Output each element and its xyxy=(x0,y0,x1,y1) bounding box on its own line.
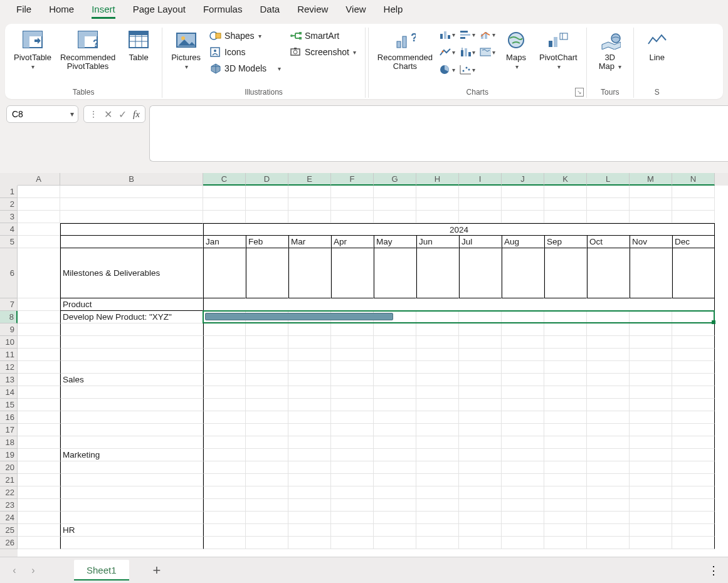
cell-A20[interactable] xyxy=(18,461,60,474)
cell-K26[interactable] xyxy=(544,537,587,549)
cell-G26[interactable] xyxy=(374,537,416,549)
tab-nav-next[interactable]: › xyxy=(24,561,43,580)
cell-L6[interactable] xyxy=(587,248,630,298)
cell-B22[interactable] xyxy=(60,486,203,499)
cell-B24[interactable] xyxy=(60,512,203,524)
cell-A3[interactable] xyxy=(18,211,60,223)
row-header-2[interactable]: 2 xyxy=(0,198,18,211)
cell-L8[interactable] xyxy=(587,311,630,323)
cell-E26[interactable] xyxy=(288,537,331,549)
cell-F21[interactable] xyxy=(331,474,374,486)
cell-N19[interactable] xyxy=(672,449,715,461)
cell-N24[interactable] xyxy=(672,512,715,524)
cell-F3[interactable] xyxy=(331,211,374,223)
column-chart-button[interactable]: ▾ xyxy=(439,28,455,41)
cell-G11[interactable] xyxy=(374,349,416,361)
row-header-24[interactable]: 24 xyxy=(0,512,18,524)
cell-H8[interactable] xyxy=(416,311,459,323)
menu-home[interactable]: Home xyxy=(49,4,74,17)
cell-C26[interactable] xyxy=(203,537,246,549)
cell-A18[interactable] xyxy=(18,436,60,449)
cell-K22[interactable] xyxy=(544,486,587,499)
combo-chart-button[interactable]: ▾ xyxy=(479,28,495,41)
cell-E22[interactable] xyxy=(288,486,331,499)
cancel-formula-icon[interactable]: ✕ xyxy=(104,108,112,120)
cell-N16[interactable] xyxy=(672,411,715,424)
cell-A11[interactable] xyxy=(18,349,60,361)
cell-M9[interactable] xyxy=(630,323,672,336)
cell-G22[interactable] xyxy=(374,486,416,499)
cell-H14[interactable] xyxy=(416,386,459,399)
cell-K2[interactable] xyxy=(544,198,587,211)
name-box[interactable]: C8 ▾ xyxy=(6,105,78,123)
cell-M1[interactable] xyxy=(630,186,672,198)
cell-J23[interactable] xyxy=(502,499,544,512)
col-header-J[interactable]: J xyxy=(502,173,544,186)
cell-A15[interactable] xyxy=(18,399,60,411)
cell-D13[interactable] xyxy=(246,374,288,386)
cell-G18[interactable] xyxy=(374,436,416,449)
cell-C25[interactable] xyxy=(203,524,246,537)
cell-C14[interactable] xyxy=(203,386,246,399)
cell-M2[interactable] xyxy=(630,198,672,211)
cell-I18[interactable] xyxy=(459,436,502,449)
cell-A19[interactable] xyxy=(18,449,60,461)
cell-A17[interactable] xyxy=(18,424,60,436)
cell-I25[interactable] xyxy=(459,524,502,537)
cell-G10[interactable] xyxy=(374,336,416,349)
cell-J10[interactable] xyxy=(502,336,544,349)
cell-B8[interactable]: Develop New Product: "XYZ" xyxy=(60,311,203,323)
charts-dialog-launcher[interactable]: ↘ xyxy=(575,88,584,97)
cell-L15[interactable] xyxy=(587,399,630,411)
cell-A2[interactable] xyxy=(18,198,60,211)
cell-B18[interactable] xyxy=(60,436,203,449)
col-header-C[interactable]: C xyxy=(203,173,246,186)
row-header-20[interactable]: 20 xyxy=(0,461,18,474)
cell-J11[interactable] xyxy=(502,349,544,361)
cell-I11[interactable] xyxy=(459,349,502,361)
cell-K10[interactable] xyxy=(544,336,587,349)
cell-M21[interactable] xyxy=(630,474,672,486)
cell-K15[interactable] xyxy=(544,399,587,411)
cell-E13[interactable] xyxy=(288,374,331,386)
cell-I6[interactable] xyxy=(459,248,502,298)
cell-J15[interactable] xyxy=(502,399,544,411)
cell-D12[interactable] xyxy=(246,361,288,374)
cell-N6[interactable] xyxy=(672,248,715,298)
cell-N25[interactable] xyxy=(672,524,715,537)
cell-B7[interactable]: Product xyxy=(60,298,203,311)
row-header-22[interactable]: 22 xyxy=(0,486,18,499)
cell-K25[interactable] xyxy=(544,524,587,537)
row-header-19[interactable]: 19 xyxy=(0,449,18,461)
cell-D1[interactable] xyxy=(246,186,288,198)
cell-L1[interactable] xyxy=(587,186,630,198)
cell-I23[interactable] xyxy=(459,499,502,512)
cell-G24[interactable] xyxy=(374,512,416,524)
cell-J26[interactable] xyxy=(502,537,544,549)
cell-L10[interactable] xyxy=(587,336,630,349)
sparkline-line-button[interactable]: Line xyxy=(640,28,674,63)
cell-K21[interactable] xyxy=(544,474,587,486)
cell-I5[interactable]: Jul xyxy=(459,236,502,248)
cell-K23[interactable] xyxy=(544,499,587,512)
cell-E3[interactable] xyxy=(288,211,331,223)
cell-F10[interactable] xyxy=(331,336,374,349)
table-button[interactable]: Table xyxy=(122,28,156,63)
cell-H11[interactable] xyxy=(416,349,459,361)
cell-K16[interactable] xyxy=(544,411,587,424)
cell-D6[interactable] xyxy=(246,248,288,298)
cell-I12[interactable] xyxy=(459,361,502,374)
cell-A8[interactable] xyxy=(18,311,60,323)
cell-D21[interactable] xyxy=(246,474,288,486)
cell-F6[interactable] xyxy=(331,248,374,298)
cell-D20[interactable] xyxy=(246,461,288,474)
cell-A16[interactable] xyxy=(18,411,60,424)
cell-K8[interactable] xyxy=(544,311,587,323)
cell-H23[interactable] xyxy=(416,499,459,512)
cell-A12[interactable] xyxy=(18,361,60,374)
3d-models-button[interactable]: 3D Models ▾ xyxy=(207,60,283,76)
cell-D14[interactable] xyxy=(246,386,288,399)
row-header-15[interactable]: 15 xyxy=(0,399,18,411)
cell-A6[interactable] xyxy=(18,248,60,298)
cell-M13[interactable] xyxy=(630,374,672,386)
